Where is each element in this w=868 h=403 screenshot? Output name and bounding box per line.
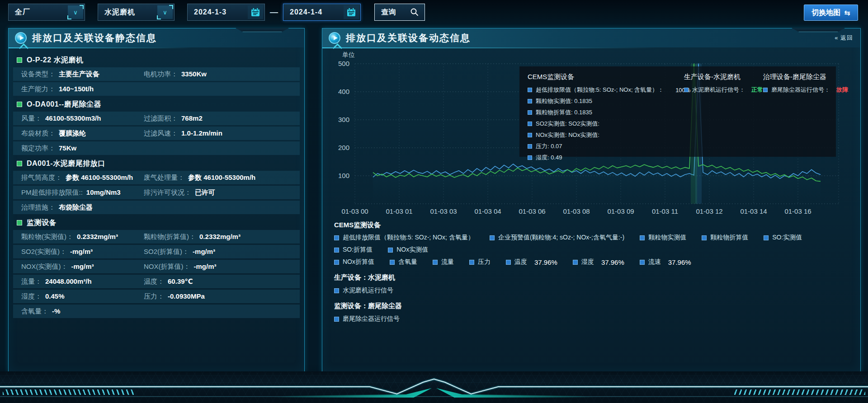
legend-item[interactable]: NOx折算值 — [334, 258, 374, 266]
legend-item[interactable]: 温度37.96% — [506, 258, 557, 266]
tooltip-item: 颗粒物实测值: 0.1835 — [528, 97, 677, 105]
info-row: NOX(实测值)：-mg/m³NOX(折算值)：-mg/m³ — [13, 260, 300, 273]
y-axis-tick-label: 400 — [338, 88, 349, 95]
plant-select[interactable]: 全厂 ∨ — [8, 4, 85, 21]
info-label: 治理措施： — [21, 203, 55, 212]
y-axis-tick-label: 200 — [338, 144, 349, 151]
section-header: O-DA001--磨尾除尘器 — [13, 97, 300, 112]
device-select-value: 水泥磨机 — [98, 8, 157, 17]
query-button[interactable]: 查询 — [374, 4, 425, 21]
chevron-down-icon[interactable]: ∨ — [68, 5, 83, 19]
legend-square-icon — [528, 155, 532, 160]
tooltip-cems-heading: CEMS监测设备 — [528, 73, 677, 81]
legend-square-icon — [334, 260, 339, 265]
tooltip-item: 压力: 0.07 — [528, 142, 677, 150]
section-title: 监测设备 — [27, 218, 57, 228]
legend-item[interactable]: 流速37.96% — [640, 258, 691, 266]
section-bullet-icon — [17, 161, 22, 166]
chevron-down-icon[interactable]: ∨ — [157, 5, 173, 19]
date-to-input[interactable]: 2024-1-4 — [283, 4, 361, 21]
info-cell: 湿度：0.45% — [21, 292, 144, 301]
legend-square-icon — [573, 260, 578, 265]
footer-decoration — [0, 371, 868, 403]
info-cell: SO2(实测值)：-mg/m³ — [21, 248, 144, 256]
info-value: 60.39℃ — [168, 277, 193, 286]
y-axis-tick-label: 300 — [338, 116, 349, 123]
tooltip-treatment-signal: 磨尾除尘器运行信号： 故障 — [763, 86, 848, 94]
tooltip-cems-items: 超低排放限值（颗拉物:5: SOz-; NOx; 含氧量）：100%颗粒物实测值… — [528, 86, 677, 165]
legend-item-monitor-signal[interactable]: 磨尾除尘器运行信号 — [334, 315, 851, 323]
info-value: 0.45% — [45, 292, 65, 300]
legend-square-icon — [334, 317, 339, 322]
date-from-input[interactable]: 2024-1-3 — [187, 4, 265, 21]
legend-item-label: 颗粒物折算值 — [710, 234, 748, 242]
section-header: O-P-22 水泥磨机 — [13, 53, 300, 67]
section-bullet-icon — [17, 57, 22, 63]
info-row: 流量：24048.000m³/h温度：60.39℃ — [13, 275, 300, 288]
chart-tooltip: CEMS监测设备 超低排放限值（颗拉物:5: SOz-; NOx; 含氧量）：1… — [519, 66, 836, 157]
static-info-body: O-P-22 水泥磨机设备类型：主要生产设备电机功率：3350Kw生产能力：14… — [9, 47, 304, 318]
info-label: 过滤面积： — [144, 114, 178, 123]
info-value: 3350Kw — [181, 70, 207, 78]
info-cell: 额定功率：75Kw — [21, 144, 144, 153]
calendar-icon[interactable] — [248, 5, 263, 19]
legend-item[interactable]: 颗粒物实测值 — [640, 234, 686, 242]
footer-lines-decoration — [0, 371, 868, 403]
info-label: 颗粒物(实测值)： — [21, 233, 73, 241]
legend-square-icon — [469, 260, 474, 265]
info-label: 排污许可状况： — [144, 188, 191, 197]
legend-square-icon — [388, 248, 393, 253]
legend-item[interactable]: 湿度37.96% — [573, 258, 624, 266]
plant-select-value: 全厂 — [9, 8, 68, 17]
info-value: -mg/m³ — [70, 248, 93, 255]
switch-map-button[interactable]: 切换地图 ⇆ — [804, 5, 858, 21]
panel-notch-decoration — [792, 28, 845, 32]
tooltip-treatment-heading: 治理设备-磨尾除尘器 — [763, 73, 848, 81]
legend-item[interactable]: 流量 — [433, 258, 454, 266]
legend-item[interactable]: NOx实测值 — [388, 246, 428, 254]
info-value: 布袋除尘器 — [59, 203, 93, 212]
back-link[interactable]: « 返回 — [835, 34, 853, 42]
legend-item[interactable]: 超低排放限值（颗拉物:5: SOz-; NOx; 含氧量） — [334, 234, 474, 242]
section-bullet-icon — [17, 102, 22, 107]
info-value: -% — [52, 307, 60, 315]
info-cell: 设备类型：主要生产设备 — [21, 70, 144, 79]
legend-item-label: SO:折算值 — [343, 246, 373, 254]
tooltip-treatment-column: 治理设备-磨尾除尘器 磨尾除尘器运行信号： 故障 — [763, 73, 848, 150]
info-cell: 布袋材质：覆膜涤纶 — [21, 129, 144, 138]
calendar-icon[interactable] — [344, 5, 359, 19]
legend-item[interactable]: 颗粒物折算值 — [702, 234, 748, 242]
tooltip-production-heading: 生产设备-水泥磨机 — [684, 73, 763, 81]
info-label: 布袋材质： — [21, 129, 55, 138]
legend-item[interactable]: SO:实测值 — [764, 234, 802, 242]
info-cell: 颗粒物(折算值)：0.2332mg/m³ — [144, 233, 300, 241]
tooltip-item-label: NOx实测值: NOx实测值: — [536, 131, 599, 139]
legend-square-icon — [640, 235, 645, 240]
device-select[interactable]: 水泥磨机 ∨ — [98, 4, 175, 21]
info-row: 风量：46100-55300m3/h过滤面积：768m2 — [13, 112, 300, 125]
section-header: DA001-水泥磨尾排放口 — [13, 156, 300, 171]
legend-square-icon — [702, 235, 707, 240]
info-cell: 压力：-0.0930MPa — [144, 292, 300, 301]
legend-square-icon — [764, 235, 769, 240]
legend-square-icon — [528, 144, 532, 149]
info-value: 10mg/Nm3 — [86, 188, 121, 196]
legend-item[interactable]: 压力 — [469, 258, 491, 266]
legend-item[interactable]: SO:折算值 — [334, 246, 373, 254]
top-toolbar: 全厂 ∨ 水泥磨机 ∨ 2024-1-3 — 2024-1-4 — [0, 0, 868, 25]
info-cell: SO2(折算值)：-mg/m³ — [144, 248, 300, 256]
info-value: 参数 46100-55300m/h — [66, 173, 133, 182]
legend-item-production-signal[interactable]: 水泥磨机运行信号 — [334, 286, 851, 295]
date-to-value: 2024-1-4 — [283, 8, 344, 16]
legend-item[interactable]: 企业预警值(颗粒物:4; sOz-; NOx-;含氧气量:-) — [490, 234, 624, 242]
legend-item[interactable]: 含氧量 — [390, 258, 417, 266]
info-value: 46100-55300m3/h — [45, 114, 101, 122]
back-label: 返回 — [840, 34, 853, 41]
info-row: 额定功率：75Kw — [13, 141, 300, 155]
legend-item-label: 水泥磨机运行信号 — [343, 286, 393, 295]
legend-item-label: 含氧量 — [398, 258, 417, 266]
tooltip-item-label: 压力: 0.07 — [536, 142, 562, 150]
x-axis-tick-label: 01-03 16 — [784, 207, 811, 215]
tooltip-item-label: SO2实测值: SO2实测值: — [536, 120, 599, 128]
info-label: 设备类型： — [21, 70, 55, 79]
